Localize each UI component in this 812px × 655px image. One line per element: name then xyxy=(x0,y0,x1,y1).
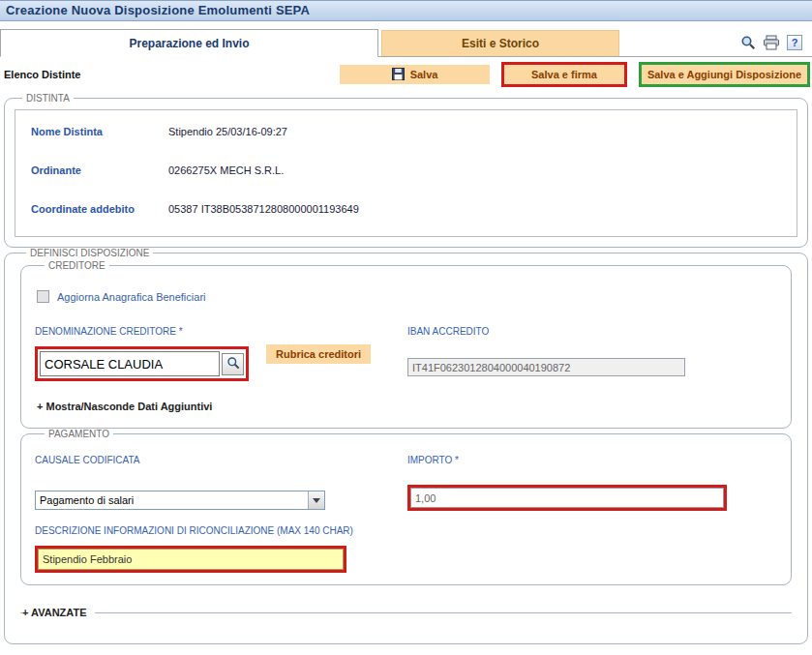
tab-esiti-e-storico[interactable]: Esiti e Storico xyxy=(381,30,619,56)
avanzate-toggle[interactable]: + AVANZATE xyxy=(22,607,95,618)
aggiorna-anagrafica-label: Aggiorna Anagrafica Beneficiari xyxy=(57,291,205,303)
action-row: Elenco Distinte Salva Salva e firma Salv… xyxy=(4,62,810,87)
causale-codificata-label: CAUSALE CODIFICATA xyxy=(35,455,407,465)
distinta-row-coordinate: Coordinate addebito 05387 IT38B053871280… xyxy=(15,195,797,234)
dropdown-arrow-icon xyxy=(308,491,324,509)
highlight-salva-e-aggiungi: Salva e Aggiungi Disposizione xyxy=(639,62,810,87)
descrizione-riconciliazione-input[interactable] xyxy=(38,549,344,570)
avanzate-section: + AVANZATE xyxy=(20,607,792,618)
pagamento-legend: PAGAMENTO xyxy=(45,429,113,439)
causale-selected-value: Pagamento di salari xyxy=(36,494,308,506)
salva-e-firma-button[interactable]: Salva e firma xyxy=(504,65,624,84)
coordinate-addebito-value: 05387 IT38B0538712808000001193649 xyxy=(168,203,359,215)
creditore-legend: CREDITORE xyxy=(45,260,109,271)
magnifier-icon xyxy=(226,356,240,372)
importo-input[interactable] xyxy=(410,488,724,508)
nome-distinta-label: Nome Distinta xyxy=(31,126,168,137)
distinta-section: DISTINTA Nome Distinta Stipendio 25/03/1… xyxy=(4,93,808,248)
distinta-box: Nome Distinta Stipendio 25/03/16-09:27 O… xyxy=(15,109,797,237)
floppy-disk-icon xyxy=(392,68,405,82)
causale-select[interactable]: Pagamento di salari xyxy=(35,491,325,510)
descrizione-riconciliazione-label: DESCRIZIONE INFORMAZIONI DI RICONCILIAZI… xyxy=(35,525,407,536)
importo-label: IMPORTO * xyxy=(407,455,777,465)
tab-preparazione-ed-invio[interactable]: Preparazione ed Invio xyxy=(0,29,378,57)
distinta-legend: DISTINTA xyxy=(22,93,74,104)
highlight-salva-e-firma: Salva e firma xyxy=(501,62,627,87)
denominazione-control-row: Rubrica creditori xyxy=(35,346,407,381)
distinta-row-ordinante: Ordinante 0266275X MECH S.R.L. xyxy=(15,157,797,195)
zoom-icon[interactable] xyxy=(740,35,756,50)
elenco-distinte-label: Elenco Distinte xyxy=(4,69,80,80)
importo-column: IMPORTO * xyxy=(407,455,777,573)
iban-accredito-label: IBAN ACCREDITO xyxy=(407,326,777,337)
ordinante-value: 0266275X MECH S.R.L. xyxy=(168,164,284,176)
salva-button[interactable]: Salva xyxy=(340,65,490,84)
cerca-creditore-button[interactable] xyxy=(222,353,244,375)
mostra-nasconde-dati-aggiuntivi-link[interactable]: + Mostra/Nasconde Dati Aggiuntivi xyxy=(37,401,777,412)
help-icon[interactable]: ? xyxy=(787,35,802,50)
pagamento-section: PAGAMENTO CAUSALE CODIFICATA Pagamento d… xyxy=(20,429,792,585)
iban-accredito-input[interactable] xyxy=(407,358,685,376)
print-icon[interactable] xyxy=(763,35,780,50)
iban-column: IBAN ACCREDITO xyxy=(407,326,777,381)
nome-distinta-value: Stipendio 25/03/16-09:27 xyxy=(168,126,287,137)
rubrica-creditori-button[interactable]: Rubrica creditori xyxy=(266,344,371,364)
pagamento-grid: CAUSALE CODIFICATA Pagamento di salari D… xyxy=(35,455,777,573)
action-buttons: Salva Salva e firma Salva e Aggiungi Dis… xyxy=(340,62,810,87)
denominazione-column: DENOMINAZIONE CREDITORE * Rubrica credit… xyxy=(35,326,407,381)
toolbar-icon-group: ? xyxy=(740,35,812,56)
page-title: Creazione Nuova Disposizione Emolumenti … xyxy=(0,0,812,21)
aggiorna-anagrafica-row: Aggiorna Anagrafica Beneficiari xyxy=(37,290,777,303)
highlight-descrizione xyxy=(35,546,346,573)
creditore-grid: DENOMINAZIONE CREDITORE * Rubrica credit… xyxy=(35,326,777,381)
definisci-disposizione-section: DEFINISCI DISPOSIZIONE CREDITORE Aggiorn… xyxy=(4,248,808,644)
highlight-importo xyxy=(407,485,727,511)
denominazione-creditore-label: DENOMINAZIONE CREDITORE * xyxy=(35,326,407,337)
ordinante-label: Ordinante xyxy=(31,164,168,176)
tab-bar: Preparazione ed Invio Esiti e Storico ? xyxy=(0,29,812,57)
distinta-row-nome: Nome Distinta Stipendio 25/03/16-09:27 xyxy=(15,118,797,157)
aggiorna-anagrafica-checkbox[interactable] xyxy=(37,290,49,303)
salva-e-aggiungi-disposizione-button[interactable]: Salva e Aggiungi Disposizione xyxy=(642,65,807,84)
sepa-disposition-page: Creazione Nuova Disposizione Emolumenti … xyxy=(0,0,812,655)
causale-column: CAUSALE CODIFICATA Pagamento di salari D… xyxy=(35,455,407,573)
coordinate-addebito-label: Coordinate addebito xyxy=(31,203,168,215)
salva-label: Salva xyxy=(410,69,438,80)
creditore-section: CREDITORE Aggiorna Anagrafica Beneficiar… xyxy=(20,260,792,429)
definisci-disposizione-legend: DEFINISCI DISPOSIZIONE xyxy=(26,248,153,258)
highlight-denominazione xyxy=(35,346,249,381)
denominazione-creditore-input[interactable] xyxy=(40,351,220,376)
